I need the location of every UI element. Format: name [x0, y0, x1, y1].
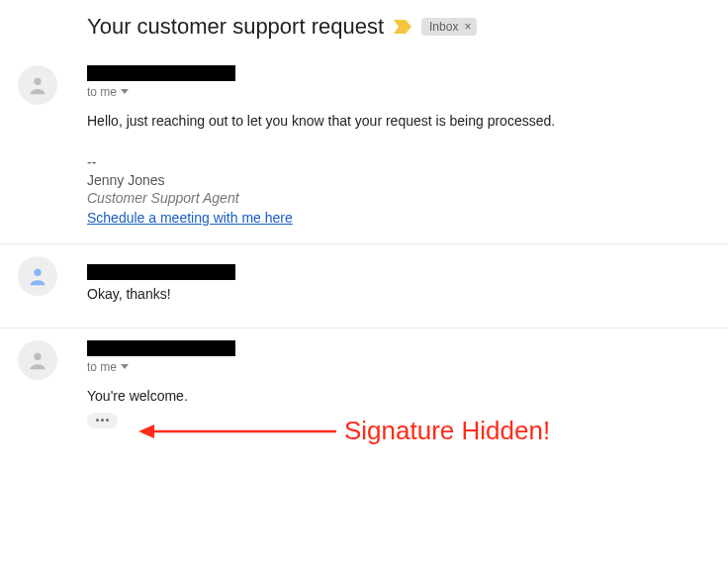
avatar[interactable]: [18, 256, 57, 296]
signature-title: Customer Support Agent: [87, 190, 712, 206]
sender-name-redacted: [87, 340, 235, 356]
message-1: to me Hello, just reaching out to let yo…: [0, 53, 728, 243]
ellipsis-icon: [96, 419, 109, 422]
chevron-down-icon: [121, 364, 129, 370]
svg-point-1: [34, 78, 41, 85]
sender-name-redacted: [87, 264, 235, 280]
person-icon: [27, 74, 48, 96]
chevron-down-icon: [121, 89, 129, 95]
subject-text: Your customer support request: [87, 14, 384, 40]
avatar[interactable]: [18, 340, 57, 380]
sender-name-redacted: [87, 65, 235, 81]
message-2-collapsed[interactable]: Okay, thanks!: [0, 243, 728, 328]
inbox-label-text: Inbox: [429, 19, 458, 35]
annotation: Signature Hidden!: [138, 416, 550, 446]
svg-marker-5: [121, 364, 129, 369]
svg-marker-7: [138, 424, 154, 438]
sender-bar: [87, 340, 712, 356]
inbox-label-badge[interactable]: Inbox ×: [421, 18, 477, 36]
avatar[interactable]: [18, 65, 57, 105]
signature-link: Schedule a meeting with me here: [87, 210, 712, 226]
signature-divider: --: [87, 154, 712, 170]
show-trimmed-content-button[interactable]: [87, 413, 118, 428]
svg-marker-2: [121, 89, 129, 94]
sender-bar: [87, 65, 712, 81]
svg-marker-0: [394, 20, 411, 34]
person-icon: [27, 349, 48, 371]
arrow-left-icon: [138, 421, 336, 442]
signature-name: Jenny Jones: [87, 172, 712, 188]
recipient-dropdown[interactable]: to me: [87, 85, 129, 99]
recipient-text: to me: [87, 360, 117, 374]
inbox-label-remove-icon[interactable]: ×: [462, 19, 473, 35]
annotation-text: Signature Hidden!: [344, 416, 550, 446]
subject-row: Your customer support request Inbox ×: [0, 0, 728, 53]
message-body: You're welcome.: [87, 386, 712, 406]
svg-point-3: [34, 269, 41, 276]
message-3: to me You're welcome. Signature Hidden!: [0, 328, 728, 445]
message-body: Hello, just reaching out to let you know…: [87, 111, 712, 131]
svg-point-4: [34, 353, 41, 360]
person-icon: [27, 265, 48, 287]
label-chevron-icon: [394, 20, 411, 34]
recipient-text: to me: [87, 85, 117, 99]
email-thread-container: Your customer support request Inbox × to…: [0, 0, 728, 446]
schedule-meeting-link[interactable]: Schedule a meeting with me here: [87, 210, 293, 226]
message-snippet: Okay, thanks!: [87, 286, 712, 302]
recipient-dropdown[interactable]: to me: [87, 360, 129, 374]
